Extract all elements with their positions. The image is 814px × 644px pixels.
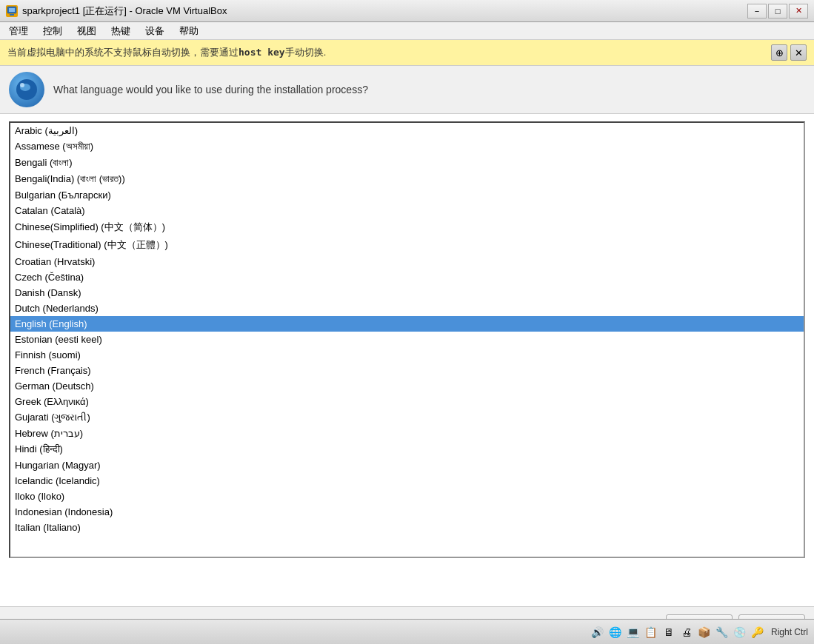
language-item[interactable]: Hindi (हिन्दी) bbox=[10, 441, 804, 457]
restore-button[interactable]: □ bbox=[768, 4, 787, 19]
language-item[interactable]: Gujarati (ગુજરાતી) bbox=[10, 409, 804, 426]
window-title: sparkproject1 [正在运行] - Oracle VM Virtual… bbox=[22, 4, 227, 18]
menu-bar: 管理控制视图热键设备帮助 bbox=[0, 22, 814, 40]
close-button[interactable]: ✕ bbox=[789, 4, 808, 19]
language-listbox[interactable]: Arabic (العربية)Assamese (অসমীয়া)Bengal… bbox=[9, 121, 805, 558]
tray-icon-3: 💻 bbox=[626, 625, 641, 640]
language-item[interactable]: Bulgarian (Български) bbox=[10, 187, 804, 203]
language-item[interactable]: English (English) bbox=[10, 316, 804, 332]
tray-icon-6: 🖨 bbox=[679, 625, 694, 640]
title-bar-controls: − □ ✕ bbox=[747, 4, 808, 19]
menu-item-设备[interactable]: 设备 bbox=[139, 23, 170, 39]
language-item[interactable]: Bengali(India) (বাংলা (ভারত)) bbox=[10, 171, 804, 187]
svg-point-5 bbox=[20, 83, 24, 87]
tray-icon-4: 📋 bbox=[644, 625, 658, 640]
language-list-container: Arabic (العربية)Assamese (অসমীয়া)Bengal… bbox=[0, 114, 814, 606]
right-ctrl-label: Right Ctrl bbox=[771, 627, 808, 637]
menu-item-视图[interactable]: 视图 bbox=[71, 23, 102, 39]
language-item[interactable]: Arabic (العربية) bbox=[10, 123, 804, 138]
installer-logo bbox=[9, 72, 44, 107]
language-item[interactable]: Dutch (Nederlands) bbox=[10, 301, 804, 316]
notification-icons: ⊕ ✕ bbox=[771, 44, 807, 61]
menu-item-控制[interactable]: 控制 bbox=[37, 23, 68, 39]
language-item[interactable]: Indonesian (Indonesia) bbox=[10, 504, 804, 520]
tray-icon-7: 📦 bbox=[697, 625, 712, 640]
language-item[interactable]: Croatian (Hrvatski) bbox=[10, 254, 804, 269]
virtualbox-icon bbox=[6, 5, 18, 17]
language-item[interactable]: Czech (Čeština) bbox=[10, 269, 804, 285]
notification-text: 当前虚拟电脑中的系统不支持鼠标自动切换，需要通过host key手动切换. bbox=[7, 46, 326, 59]
title-bar: sparkproject1 [正在运行] - Oracle VM Virtual… bbox=[0, 0, 814, 22]
language-item[interactable]: Iloko (Iloko) bbox=[10, 489, 804, 504]
installer-header: What language would you like to use duri… bbox=[0, 66, 814, 114]
notification-icon-1[interactable]: ⊕ bbox=[771, 44, 787, 61]
minimize-button[interactable]: − bbox=[747, 4, 767, 19]
tray-icon-10: 🔑 bbox=[750, 625, 765, 640]
menu-item-帮助[interactable]: 帮助 bbox=[173, 23, 204, 39]
language-item[interactable]: Finnish (suomi) bbox=[10, 347, 804, 363]
language-item[interactable]: Greek (Ελληνικά) bbox=[10, 394, 804, 409]
language-item[interactable]: Bengali (বাংলা) bbox=[10, 155, 804, 171]
tray-icon-1: 🔊 bbox=[590, 625, 605, 640]
language-item[interactable]: Italian (Italiano) bbox=[10, 520, 804, 535]
title-bar-left: sparkproject1 [正在运行] - Oracle VM Virtual… bbox=[6, 4, 227, 18]
svg-rect-2 bbox=[10, 14, 14, 16]
language-item[interactable]: Catalan (Català) bbox=[10, 203, 804, 218]
header-question: What language would you like to use duri… bbox=[53, 82, 368, 98]
language-item[interactable]: Danish (Dansk) bbox=[10, 285, 804, 301]
language-item[interactable]: Estonian (eesti keel) bbox=[10, 332, 804, 347]
notification-icon-2[interactable]: ✕ bbox=[790, 44, 807, 61]
language-item[interactable]: French (Français) bbox=[10, 363, 804, 378]
tray-icon-5: 🖥 bbox=[661, 625, 676, 640]
tray-icon-8: 🔧 bbox=[715, 625, 730, 640]
main-content: What language would you like to use duri… bbox=[0, 66, 814, 606]
tray-icon-9: 💿 bbox=[733, 625, 747, 640]
menu-item-管理[interactable]: 管理 bbox=[3, 23, 34, 39]
language-item[interactable]: Chinese(Traditional) (中文（正體）) bbox=[10, 236, 804, 254]
language-item[interactable]: Hebrew (עברית) bbox=[10, 426, 804, 441]
language-item[interactable]: Hungarian (Magyar) bbox=[10, 457, 804, 473]
menu-item-热键[interactable]: 热键 bbox=[105, 23, 136, 39]
language-item[interactable]: Assamese (অসমীয়া) bbox=[10, 138, 804, 155]
system-tray: 🔊 🌐 💻 📋 🖥 🖨 📦 🔧 💿 🔑 Right Ctrl bbox=[0, 619, 814, 644]
svg-rect-1 bbox=[9, 8, 15, 12]
language-item[interactable]: Chinese(Simplified) (中文（简体）) bbox=[10, 218, 804, 236]
language-item[interactable]: Icelandic (Icelandic) bbox=[10, 473, 804, 489]
tray-icon-2: 🌐 bbox=[608, 625, 623, 640]
language-item[interactable]: German (Deutsch) bbox=[10, 378, 804, 394]
notification-bar: 当前虚拟电脑中的系统不支持鼠标自动切换，需要通过host key手动切换. ⊕ … bbox=[0, 40, 814, 66]
